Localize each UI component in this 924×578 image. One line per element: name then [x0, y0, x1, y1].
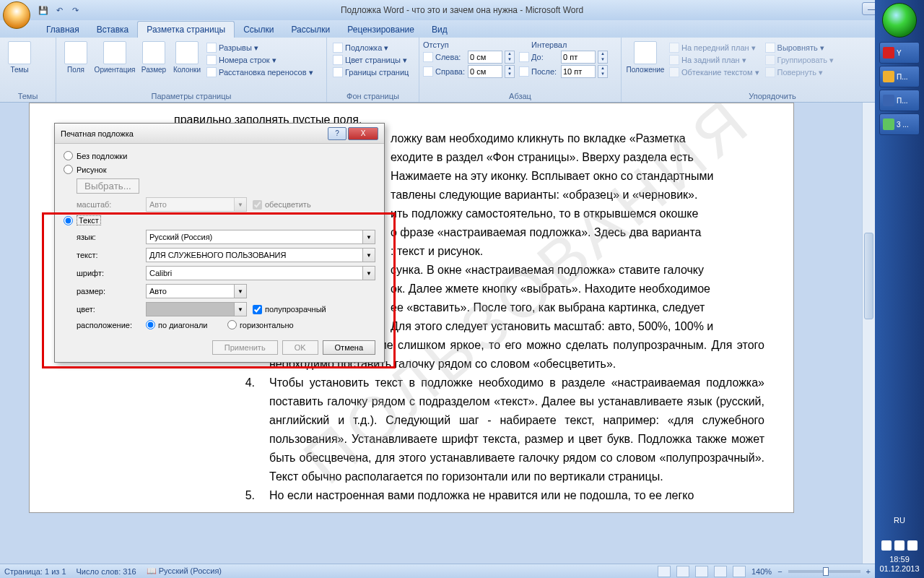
office-button[interactable]: [3, 1, 30, 29]
orientation-button[interactable]: Ориентация: [93, 40, 136, 90]
tab-view[interactable]: Вид: [423, 22, 456, 38]
align-button[interactable]: Выровнять ▾: [763, 42, 837, 53]
status-language[interactable]: 📖 Русский (Россия): [147, 566, 222, 576]
spinner[interactable]: ▲▼: [505, 51, 515, 64]
view-print-layout[interactable]: [658, 566, 671, 577]
spacing-before-icon: [519, 52, 529, 62]
page-borders-button[interactable]: Границы страниц: [331, 66, 411, 78]
radio-text[interactable]: [64, 216, 73, 225]
system-tray: RU 18:5901.12.2013: [879, 516, 919, 578]
spinner[interactable]: ▲▼: [598, 51, 608, 64]
taskbar-item[interactable]: П...: [879, 90, 920, 111]
spacing-before-input[interactable]: [561, 51, 596, 64]
tab-home[interactable]: Главная: [38, 22, 88, 38]
indent-left-input[interactable]: [468, 51, 502, 64]
columns-icon: [175, 41, 199, 64]
spinner[interactable]: ▲▼: [598, 65, 608, 78]
chevron-down-icon[interactable]: ▼: [362, 249, 375, 262]
zoom-level[interactable]: 140%: [751, 567, 772, 576]
qat-undo[interactable]: ↶: [52, 3, 66, 17]
zoom-slider[interactable]: [788, 570, 860, 573]
rotate-icon: [765, 67, 775, 77]
scale-combo: Авто▼: [146, 197, 247, 212]
taskbar-item[interactable]: П...: [879, 66, 920, 87]
qat-save[interactable]: 💾: [36, 3, 51, 17]
tab-references[interactable]: Ссылки: [235, 22, 282, 38]
themes-button[interactable]: Темы: [4, 40, 35, 90]
dialog-help-button[interactable]: ?: [328, 127, 346, 140]
themes-icon: [8, 41, 31, 64]
qat-redo[interactable]: ↷: [68, 3, 82, 17]
size-combo[interactable]: Авто▼: [146, 284, 247, 298]
page-color-button[interactable]: Цвет страницы ▾: [331, 54, 411, 66]
position-button[interactable]: Положение: [625, 40, 666, 90]
doc-text: о фразе «настраиваемая подложка». Здесь …: [391, 223, 764, 242]
taskbar-item[interactable]: 3 ...: [879, 113, 920, 135]
view-outline[interactable]: [714, 566, 727, 577]
radio-label[interactable]: Без подложки: [77, 152, 127, 160]
dialog-close-button[interactable]: X: [348, 127, 378, 140]
dialog-titlebar[interactable]: Печатная подложка ? X: [55, 124, 384, 144]
status-page[interactable]: Страница: 1 из 1: [4, 567, 66, 576]
tab-insert[interactable]: Вставка: [88, 22, 138, 38]
status-words[interactable]: Число слов: 316: [77, 567, 136, 576]
semitransparent-label[interactable]: полупрозрачный: [265, 305, 328, 314]
line-numbers-button[interactable]: Номера строк ▾: [204, 54, 315, 66]
language-combo[interactable]: Русский (Россия)▼: [146, 230, 375, 244]
zoom-in-button[interactable]: +: [866, 567, 871, 576]
margins-button[interactable]: Поля: [60, 40, 92, 90]
tab-review[interactable]: Рецензирование: [339, 22, 423, 38]
radio-horizontal[interactable]: [227, 320, 237, 329]
color-combo[interactable]: ▼: [146, 302, 247, 316]
text-combo[interactable]: ДЛЯ СЛУЖЕБНОГО ПОЛЬЗОВАНИЯ▼: [146, 248, 375, 262]
language-indicator[interactable]: RU: [879, 516, 919, 525]
chevron-down-icon[interactable]: ▼: [234, 303, 246, 316]
chevron-down-icon[interactable]: ▼: [362, 230, 375, 243]
columns-button[interactable]: Колонки: [171, 40, 203, 90]
font-combo[interactable]: Calibri▼: [146, 266, 375, 280]
radio-diagonal[interactable]: [146, 320, 155, 329]
hyphenation-button[interactable]: Расстановка переносов ▾: [204, 66, 315, 78]
semitransparent-checkbox[interactable]: [253, 305, 262, 314]
watermark-button[interactable]: Подложка ▾: [331, 42, 411, 53]
group-label: Фон страницы: [331, 90, 415, 100]
clock[interactable]: 18:5901.12.2013: [879, 555, 919, 574]
theme-fonts-icon[interactable]: [37, 55, 48, 66]
spinner[interactable]: ▲▼: [505, 65, 515, 78]
view-web-layout[interactable]: [695, 566, 708, 577]
scrollbar-thumb[interactable]: [864, 233, 873, 319]
doc-text: ить подложку самостоятельно, то в открыв…: [391, 204, 764, 223]
view-draft[interactable]: [733, 566, 746, 577]
tray-icon[interactable]: [881, 540, 892, 551]
hyphenation-icon: [206, 67, 217, 77]
view-full-screen[interactable]: [676, 566, 689, 577]
radio-label[interactable]: Рисунок: [77, 165, 107, 174]
group-label: Параметры страницы: [60, 90, 323, 100]
zoom-out-button[interactable]: −: [777, 567, 782, 576]
vertical-scrollbar[interactable]: [862, 103, 875, 564]
zoom-slider-thumb[interactable]: [823, 567, 829, 576]
chevron-down-icon[interactable]: ▼: [234, 285, 246, 298]
size-icon: [142, 41, 165, 64]
theme-colors-icon[interactable]: [37, 42, 48, 53]
radio-label[interactable]: по диагонали: [158, 321, 222, 329]
spacing-after-input[interactable]: [561, 65, 596, 78]
theme-effects-icon[interactable]: [37, 68, 48, 79]
tray-icon[interactable]: [894, 540, 905, 551]
page-color-icon: [333, 55, 343, 65]
tab-page-layout[interactable]: Разметка страницы: [137, 21, 235, 38]
breaks-button[interactable]: Разрывы ▾: [204, 42, 315, 53]
indent-right-input[interactable]: [468, 65, 502, 78]
chevron-down-icon[interactable]: ▼: [362, 267, 375, 280]
radio-no-watermark[interactable]: [64, 151, 73, 160]
tab-mailings[interactable]: Рассылки: [282, 22, 339, 38]
tray-volume-icon[interactable]: [907, 540, 918, 551]
cancel-button[interactable]: Отмена: [323, 340, 375, 355]
radio-label[interactable]: Текст: [77, 215, 101, 225]
radio-picture[interactable]: [64, 165, 73, 174]
start-button[interactable]: [882, 3, 917, 38]
group-icon: [765, 55, 775, 65]
taskbar-item[interactable]: Y: [879, 42, 920, 64]
radio-label[interactable]: горизонтально: [240, 321, 303, 329]
size-button[interactable]: Размер: [138, 40, 170, 90]
